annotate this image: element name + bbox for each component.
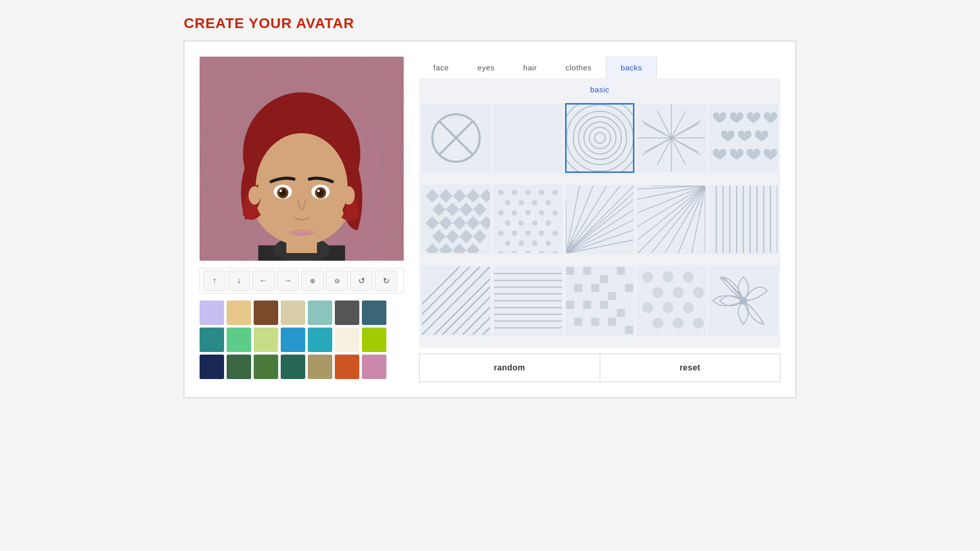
pattern-concentric[interactable] xyxy=(565,103,635,173)
color-swatch-12[interactable] xyxy=(335,328,359,352)
svg-rect-196 xyxy=(591,284,599,292)
svg-point-90 xyxy=(519,200,524,206)
color-palette xyxy=(200,300,404,379)
bottom-buttons: random reset xyxy=(419,354,780,382)
svg-point-89 xyxy=(505,200,510,206)
color-swatch-6[interactable] xyxy=(362,300,386,325)
svg-point-218 xyxy=(673,318,683,329)
color-swatch-19[interactable] xyxy=(335,355,359,379)
pattern-floral[interactable] xyxy=(708,266,778,336)
undo-button[interactable]: ↺ xyxy=(350,270,373,291)
svg-point-103 xyxy=(511,230,517,236)
svg-rect-202 xyxy=(617,309,625,317)
pattern-dots[interactable] xyxy=(493,185,563,255)
svg-point-209 xyxy=(663,272,674,283)
svg-point-101 xyxy=(546,220,551,226)
svg-point-106 xyxy=(552,230,558,236)
pattern-blank[interactable] xyxy=(493,103,563,173)
color-swatch-5[interactable] xyxy=(335,300,359,325)
avatar-preview xyxy=(200,57,404,261)
pattern-vertical-lines[interactable] xyxy=(708,185,778,255)
color-swatch-16[interactable] xyxy=(254,355,278,379)
color-swatch-15[interactable] xyxy=(227,355,251,379)
svg-point-217 xyxy=(653,318,664,329)
svg-rect-205 xyxy=(608,318,616,326)
pattern-polka[interactable] xyxy=(636,266,706,336)
move-up-button[interactable]: ↑ xyxy=(203,270,226,291)
svg-point-208 xyxy=(643,272,653,283)
svg-point-18 xyxy=(256,133,348,240)
pattern-mosaic[interactable] xyxy=(565,266,635,336)
color-swatch-10[interactable] xyxy=(281,328,305,352)
svg-point-26 xyxy=(317,190,320,192)
svg-rect-201 xyxy=(600,301,608,309)
svg-point-95 xyxy=(525,210,531,215)
svg-point-211 xyxy=(653,287,664,298)
tabs-row: face eyes hair clothes backs xyxy=(419,57,780,78)
svg-point-107 xyxy=(505,240,510,246)
zoom-out-button[interactable]: ⊖ xyxy=(326,270,348,291)
pattern-sunburst[interactable] xyxy=(636,103,706,173)
svg-point-96 xyxy=(538,210,544,215)
right-panel: face eyes hair clothes backs basic xyxy=(419,57,780,382)
tab-eyes[interactable]: eyes xyxy=(463,57,509,78)
svg-point-98 xyxy=(505,220,510,226)
svg-point-88 xyxy=(552,190,558,195)
color-swatch-2[interactable] xyxy=(254,300,278,325)
tab-face[interactable]: face xyxy=(419,57,463,78)
tab-hair[interactable]: hair xyxy=(509,57,551,78)
pattern-diagonal[interactable] xyxy=(421,266,491,336)
title-accent: AVATAR xyxy=(296,15,354,31)
svg-rect-191 xyxy=(566,267,574,275)
svg-point-99 xyxy=(519,220,524,226)
tab-clothes[interactable]: clothes xyxy=(551,57,606,78)
color-swatch-1[interactable] xyxy=(227,300,251,325)
color-swatch-18[interactable] xyxy=(308,355,332,379)
svg-point-27 xyxy=(249,186,261,205)
color-swatch-3[interactable] xyxy=(281,300,305,325)
color-swatch-0[interactable] xyxy=(200,300,224,325)
pattern-horizontal-lines[interactable] xyxy=(493,266,563,336)
svg-point-108 xyxy=(519,240,524,246)
pattern-none[interactable] xyxy=(421,103,491,173)
svg-rect-198 xyxy=(625,284,633,292)
svg-rect-193 xyxy=(600,275,608,283)
random-button[interactable]: random xyxy=(419,354,600,382)
pattern-hearts[interactable] xyxy=(708,103,778,173)
color-swatch-7[interactable] xyxy=(200,328,224,352)
svg-rect-199 xyxy=(566,301,574,309)
move-down-button[interactable]: ↓ xyxy=(228,270,250,291)
color-swatch-8[interactable] xyxy=(227,328,251,352)
color-swatch-4[interactable] xyxy=(308,300,332,325)
svg-rect-204 xyxy=(591,318,599,326)
svg-point-219 xyxy=(693,318,704,329)
redo-button[interactable]: ↻ xyxy=(375,270,397,291)
pattern-rays-corner[interactable] xyxy=(636,185,706,255)
svg-rect-33 xyxy=(494,104,562,172)
svg-rect-203 xyxy=(574,318,582,326)
color-swatch-9[interactable] xyxy=(254,328,278,352)
color-swatch-13[interactable] xyxy=(362,328,386,352)
color-swatch-20[interactable] xyxy=(362,355,386,379)
svg-rect-200 xyxy=(583,301,591,309)
svg-point-86 xyxy=(525,190,531,195)
svg-point-221 xyxy=(740,297,747,304)
svg-point-91 xyxy=(532,200,537,206)
reset-button[interactable]: reset xyxy=(600,354,781,382)
color-swatch-17[interactable] xyxy=(281,355,305,379)
svg-point-92 xyxy=(546,200,551,206)
svg-point-109 xyxy=(532,240,537,246)
move-right-button[interactable]: → xyxy=(277,270,299,291)
svg-point-212 xyxy=(673,287,683,298)
pattern-burst-corner[interactable] xyxy=(565,185,635,255)
zoom-in-button[interactable]: ⊕ xyxy=(301,270,324,291)
color-swatch-11[interactable] xyxy=(308,328,332,352)
svg-point-100 xyxy=(532,220,537,226)
color-swatch-14[interactable] xyxy=(200,355,224,379)
svg-point-94 xyxy=(511,210,517,215)
tab-backs[interactable]: backs xyxy=(606,57,657,78)
pattern-diamonds[interactable] xyxy=(421,185,491,255)
move-left-button[interactable]: ← xyxy=(252,270,275,291)
svg-point-214 xyxy=(643,302,653,313)
svg-point-25 xyxy=(280,190,282,192)
